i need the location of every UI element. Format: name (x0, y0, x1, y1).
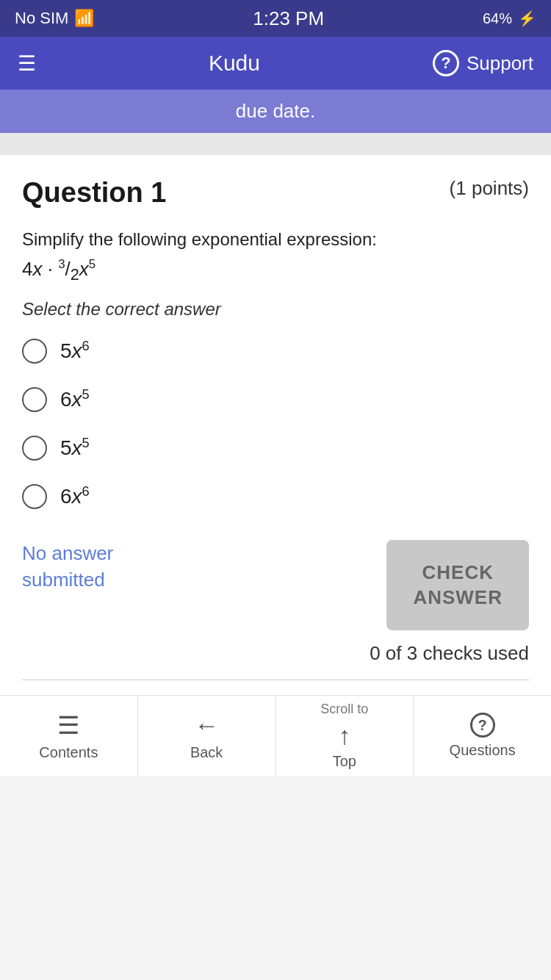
nav-bar: ☰ Kudu ? Support (0, 37, 551, 90)
questions-label: Questions (450, 742, 516, 759)
contents-icon: ☰ (57, 710, 79, 740)
hamburger-menu-icon[interactable]: ☰ (18, 51, 36, 76)
select-instruction: Select the correct answer (22, 299, 529, 320)
option-b[interactable]: 6x5 (22, 387, 529, 412)
nav-questions[interactable]: ? Questions (414, 696, 551, 776)
top-icon: ↑ (338, 721, 350, 750)
option-c[interactable]: 5x5 (22, 436, 529, 461)
back-label: Back (190, 744, 223, 761)
divider (22, 680, 529, 680)
spacer (0, 133, 551, 155)
carrier-text: No SIM (15, 9, 68, 28)
scroll-to-label: Scroll to (320, 702, 368, 717)
app-title: Kudu (209, 51, 260, 76)
support-circle-icon: ? (433, 50, 459, 76)
support-button[interactable]: ? Support (433, 50, 533, 76)
question-title: Question 1 (22, 177, 166, 209)
option-b-label: 6x5 (60, 387, 90, 411)
nav-contents[interactable]: ☰ Contents (0, 696, 138, 776)
question-points: (1 points) (450, 177, 529, 200)
checks-used-text: 0 of 3 checks used (22, 642, 529, 665)
nav-top[interactable]: Scroll to ↑ Top (276, 696, 414, 776)
back-icon: ← (194, 711, 219, 740)
nav-back[interactable]: ← Back (138, 696, 276, 776)
no-answer-status: No answersubmitted (22, 540, 113, 594)
contents-label: Contents (39, 744, 98, 761)
bottom-nav: ☰ Contents ← Back Scroll to ↑ Top ? Ques… (0, 695, 551, 776)
battery-percent: 64% (483, 10, 512, 27)
option-a-label: 5x6 (60, 339, 90, 363)
due-date-banner: due date. (0, 90, 551, 133)
support-label: Support (467, 52, 533, 75)
option-c-label: 5x5 (60, 436, 90, 460)
questions-circle-icon: ? (470, 713, 495, 738)
wifi-icon: 📶 (74, 9, 94, 28)
radio-c[interactable] (22, 436, 47, 461)
radio-a[interactable] (22, 339, 47, 364)
question-expression: 4x · 3/2x5 (22, 257, 529, 284)
battery-icon: ⚡ (518, 10, 536, 27)
question-header: Question 1 (1 points) (22, 177, 529, 209)
option-a[interactable]: 5x6 (22, 339, 529, 364)
status-time: 1:23 PM (253, 7, 324, 30)
banner-text: due date. (236, 100, 315, 122)
content-area: Question 1 (1 points) Simplify the follo… (0, 155, 551, 695)
option-d[interactable]: 6x6 (22, 484, 529, 509)
radio-b[interactable] (22, 387, 47, 412)
check-answer-button[interactable]: CHECK ANSWER (386, 540, 529, 631)
top-label: Top (333, 753, 356, 770)
status-bar: No SIM 📶 1:23 PM 64% ⚡ (0, 0, 551, 37)
status-right: 64% ⚡ (483, 10, 536, 27)
action-area: No answersubmitted CHECK ANSWER (22, 533, 529, 631)
status-left: No SIM 📶 (15, 9, 94, 28)
radio-d[interactable] (22, 484, 47, 509)
question-prompt: Simplify the following exponential expre… (22, 226, 529, 253)
option-d-label: 6x6 (60, 484, 90, 508)
